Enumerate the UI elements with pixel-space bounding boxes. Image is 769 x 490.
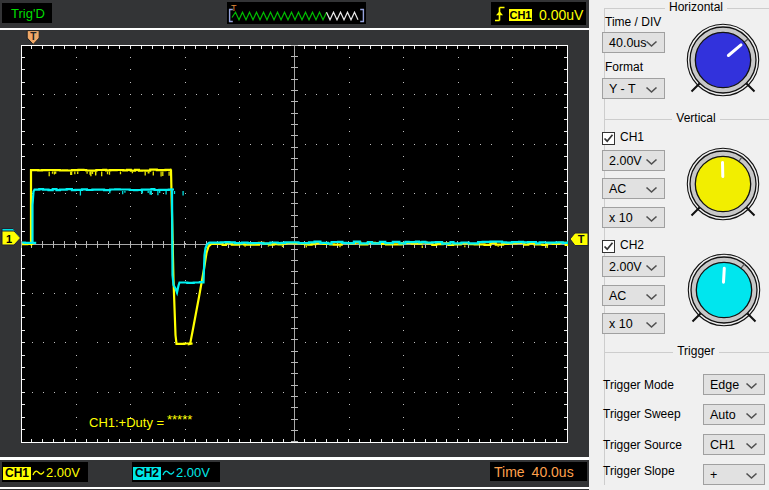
svg-text:T: T [30, 31, 36, 42]
svg-text:1: 1 [6, 233, 12, 245]
svg-text:T: T [231, 3, 237, 13]
svg-text:CH1:+Duty =: CH1:+Duty = [89, 415, 164, 430]
svg-text:*****: ***** [167, 412, 192, 427]
svg-text:T: T [578, 233, 585, 245]
